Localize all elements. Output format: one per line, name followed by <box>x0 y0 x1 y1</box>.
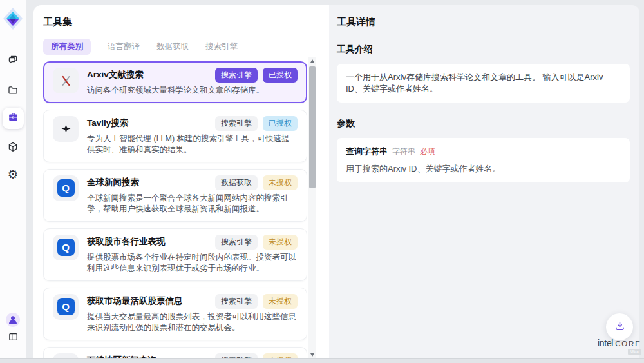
sidebar-item-chat[interactable] <box>0 54 26 68</box>
category-tabs: 所有类别语言翻译数据获取搜索引擎 <box>43 39 307 54</box>
tool-card-1[interactable]: Tavily搜索搜索引擎已授权专为人工智能代理 (LLM) 构建的搜索引擎工具，… <box>43 110 307 162</box>
param-box: 查询字符串 字符串 必填 用于搜索的Arxiv ID、关键字或作者姓名。 <box>337 138 630 182</box>
scroll-down-button[interactable] <box>308 351 316 358</box>
tool-description: 全球新闻搜索是一个聚合全球各大新闻网站内容的搜索引擎，帮助用户快速获取全球最新资… <box>87 193 298 215</box>
detail-title: 工具详情 <box>337 16 630 28</box>
tool-description: 提供股票市场各个行业在特定时间段内的表现。投资者可以利用这些信息来识别表现优于或… <box>87 252 298 275</box>
list-scrollbar[interactable] <box>308 57 316 358</box>
auth-status-badge: 已授权 <box>263 116 298 131</box>
tab-data-fetching[interactable]: 数据获取 <box>156 41 189 52</box>
toolbox-icon <box>7 111 19 126</box>
tool-card-0[interactable]: Arxiv文献搜索搜索引擎已授权访问各个研究领域大量科学论文和文章的存储库。 <box>43 61 307 103</box>
core-wordmark: core <box>615 340 641 348</box>
param-required-badge: 必填 <box>420 146 435 157</box>
auth-status-badge: 未授权 <box>263 235 298 250</box>
param-desc: 用于搜索的Arxiv ID、关键字或作者姓名。 <box>346 163 621 175</box>
q-blue-icon: Q <box>53 294 79 320</box>
params-heading: 参数 <box>337 118 630 130</box>
auth-status-badge: 未授权 <box>263 175 298 190</box>
ultra-chip: Ultra <box>628 349 641 355</box>
cube-icon <box>7 141 19 155</box>
sidebar: ⚙ <box>0 0 26 358</box>
sidebar-item-files[interactable] <box>0 84 26 99</box>
tool-description: 提供当天交易量最高的股票列表，投资者可以利用这些信息来识别流动性强的股票和潜在的… <box>87 311 298 334</box>
param-type: 字符串 <box>392 146 415 157</box>
gear-icon: ⚙ <box>7 168 18 181</box>
tab-all-categories[interactable]: 所有类别 <box>43 39 91 55</box>
download-icon <box>614 320 626 335</box>
q-blue-icon: Q <box>53 175 79 201</box>
sidebar-item-tools[interactable] <box>3 108 24 129</box>
tool-description: 专为人工智能代理 (LLM) 构建的搜索引擎工具，可快速提供实时、准确和真实的结… <box>87 133 298 156</box>
toolset-panel: 工具集 所有类别语言翻译数据获取搜索引擎 Arxiv文献搜索搜索引擎已授权访问各… <box>33 5 329 358</box>
tool-detail-panel: 工具详情 工具介绍 一个用于从Arxiv存储库搜索科学论文和文章的工具。 输入可… <box>329 5 639 358</box>
sidebar-item-settings[interactable]: ⚙ <box>0 168 26 181</box>
param-name: 查询字符串 <box>346 146 388 157</box>
tab-language-translation[interactable]: 语言翻译 <box>108 41 140 52</box>
tool-description: 访问各个研究领域大量科学论文和文章的存储库。 <box>87 85 298 97</box>
category-badge: 搜索引擎 <box>215 235 258 250</box>
window-bottom-edge <box>0 358 644 363</box>
tool-card-3[interactable]: Q获取股市各行业表现搜索引擎未授权提供股票市场各个行业在特定时间段内的表现。投资… <box>43 228 307 281</box>
tool-name: 获取市场最活跃股票信息 <box>87 294 215 307</box>
intro-heading: 工具介绍 <box>337 44 630 55</box>
download-button[interactable] <box>606 313 633 340</box>
category-badge: 数据获取 <box>215 175 258 190</box>
category-badge: 搜索引擎 <box>215 116 258 131</box>
tool-card-2[interactable]: Q全球新闻搜索数据获取未授权全球新闻搜索是一个聚合全球各大新闻网站内容的搜索引擎… <box>43 169 307 222</box>
arxiv-x-icon <box>53 68 79 93</box>
scroll-up-button[interactable] <box>308 57 316 64</box>
tool-name: 全球新闻搜索 <box>87 175 215 188</box>
q-blue-icon: Q <box>53 235 79 260</box>
arrow-down-icon <box>310 353 314 357</box>
user-avatar[interactable] <box>0 313 26 329</box>
auth-status-badge: 未授权 <box>263 294 298 309</box>
folder-icon <box>7 84 19 99</box>
arrow-up-icon <box>310 59 314 63</box>
category-badge: 搜索引擎 <box>215 294 258 309</box>
intel-wordmark: intel <box>598 338 613 348</box>
intel-core-logo: intel core Ultra <box>598 338 641 355</box>
chat-icon <box>7 54 19 68</box>
collapse-panel-icon <box>8 331 19 345</box>
auth-status-badge: 已授权 <box>263 68 298 83</box>
tool-list: Arxiv文献搜索搜索引擎已授权访问各个研究领域大量科学论文和文章的存储库。Ta… <box>43 61 307 362</box>
intro-box: 一个用于从Arxiv存储库搜索科学论文和文章的工具。 输入可以是Arxiv ID… <box>337 64 630 103</box>
toolset-title: 工具集 <box>43 16 307 28</box>
scrollbar-thumb[interactable] <box>309 66 316 188</box>
tavily-star-icon <box>53 116 79 142</box>
category-badge: 搜索引擎 <box>215 68 258 83</box>
tool-name: 获取股市各行业表现 <box>87 235 215 248</box>
intro-text: 一个用于从Arxiv存储库搜索科学论文和文章的工具。 输入可以是Arxiv ID… <box>346 72 603 93</box>
tool-card-4[interactable]: Q获取市场最活跃股票信息搜索引擎未授权提供当天交易量最高的股票列表，投资者可以利… <box>43 288 307 340</box>
tool-name: Tavily搜索 <box>87 116 215 129</box>
collapse-sidebar-button[interactable] <box>0 331 26 345</box>
user-avatar-icon <box>6 313 20 329</box>
tool-name: Arxiv文献搜索 <box>87 68 215 81</box>
sidebar-item-models[interactable] <box>0 141 26 155</box>
app-logo-diamond-icon <box>3 8 23 32</box>
tab-search-engine[interactable]: 搜索引擎 <box>205 41 238 52</box>
